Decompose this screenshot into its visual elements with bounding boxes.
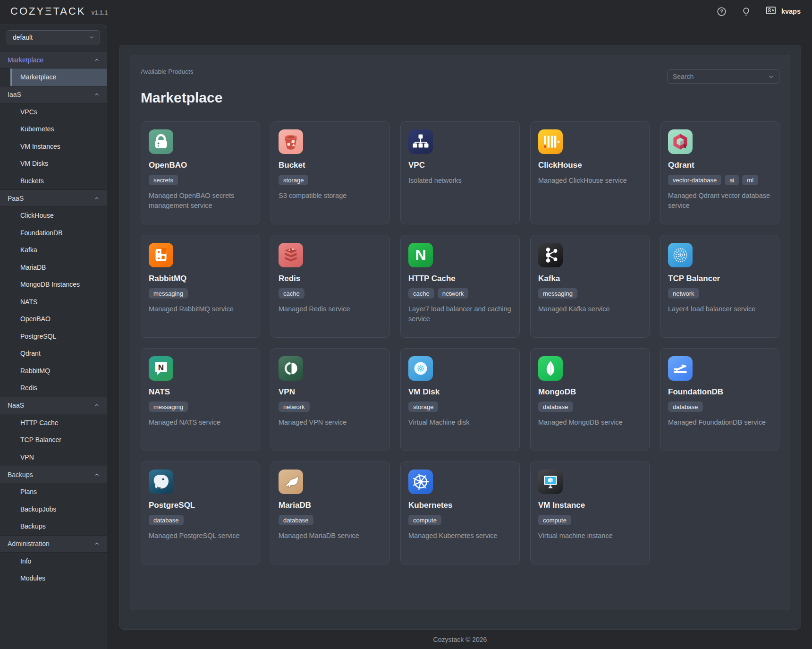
product-card-openbao[interactable]: OpenBAO secrets Managed OpenBAO secrets …: [141, 121, 260, 224]
product-card-redis[interactable]: Redis cache Managed Redis service: [271, 235, 390, 338]
product-card-tcp-balancer[interactable]: TCP Balancer network Layer4 load balance…: [660, 235, 779, 338]
chevron-down-icon: [768, 73, 775, 80]
chevron-up-icon: [93, 402, 100, 409]
seal-icon: [279, 470, 303, 494]
sidebar-group-backups[interactable]: Backups: [0, 466, 107, 483]
tag-storage: storage: [408, 401, 438, 412]
product-card-clickhouse[interactable]: ClickHouse Managed ClickHouse service: [530, 121, 650, 224]
sidebar-item-mongodb-instances[interactable]: MongoDB Instances: [0, 276, 107, 293]
marketplace-panel: Available Products Marketplace OpenBAO s…: [130, 55, 790, 610]
sidebar-group-administration[interactable]: Administration: [0, 535, 107, 553]
globe-dots-icon: [668, 243, 693, 267]
tag-compute: compute: [408, 515, 441, 525]
product-card-qdrant[interactable]: Qdrant vector-databaseaiml Managed Qdran…: [660, 121, 779, 224]
tag-database: database: [538, 401, 573, 412]
sidebar-item-foundationdb[interactable]: FoundationDB: [0, 224, 107, 242]
sidebar-group-paas[interactable]: PaaS: [0, 189, 107, 207]
clickhouse-bars-icon: [538, 129, 563, 154]
product-card-vm-instance[interactable]: VM Instance compute Virtual machine inst…: [530, 461, 650, 564]
tag-database: database: [279, 515, 313, 525]
sidebar-item-redis[interactable]: Redis: [0, 379, 107, 397]
tag-messaging: messaging: [149, 288, 188, 299]
sidebar-nav: Marketplace Marketplace IaaS VPCsKuberne…: [0, 51, 107, 587]
sidebar-item-kafka[interactable]: Kafka: [0, 241, 107, 259]
tag-ml: ml: [742, 175, 758, 185]
disk-icon: [408, 356, 433, 381]
sidebar-group-marketplace[interactable]: Marketplace: [0, 51, 107, 68]
sidebar-item-vm-instances[interactable]: VM Instances: [0, 138, 107, 155]
tenant-select[interactable]: default: [7, 30, 100, 44]
sidebar-item-vpcs[interactable]: VPCs: [0, 103, 107, 121]
product-card-vpn[interactable]: VPN network Managed VPN service: [271, 348, 390, 451]
tag-cache: cache: [408, 288, 434, 299]
sidebar-item-backupjobs[interactable]: BackupJobs: [0, 501, 107, 518]
lock-icon: [149, 129, 173, 154]
top-bar: COZYΞTACK v1.1.1 ? kvaps: [0, 0, 812, 23]
redis-stack-icon: [279, 243, 303, 267]
lightbulb-icon[interactable]: [740, 5, 753, 17]
sidebar-item-mariadb[interactable]: MariaDB: [0, 259, 107, 276]
sidebar-item-marketplace[interactable]: Marketplace: [10, 68, 107, 86]
product-grid: OpenBAO secrets Managed OpenBAO secrets …: [141, 121, 779, 564]
sidebar-item-http-cache[interactable]: HTTP Cache: [0, 414, 107, 432]
sidebar-item-postgresql[interactable]: PostgreSQL: [0, 328, 107, 345]
sidebar-item-clickhouse[interactable]: ClickHouse: [0, 207, 107, 224]
sidebar-item-backups[interactable]: Backups: [0, 518, 107, 535]
product-card-mariadb[interactable]: MariaDB database Managed MariaDB service: [271, 461, 390, 564]
main-area: Available Products Marketplace OpenBAO s…: [107, 23, 812, 649]
sidebar-group-iaas[interactable]: IaaS: [0, 86, 107, 103]
sidebar-item-vpn[interactable]: VPN: [0, 449, 107, 466]
product-card-nats[interactable]: N NATS messaging Managed NATS service: [141, 348, 260, 451]
tag-messaging: messaging: [149, 401, 188, 412]
product-card-postgresql[interactable]: PostgreSQL database Managed PostgreSQL s…: [141, 461, 260, 564]
qdrant-cube-icon: [668, 129, 693, 154]
tag-database: database: [149, 515, 184, 525]
product-card-foundationdb[interactable]: FoundationDB database Managed Foundation…: [660, 348, 779, 451]
search-input[interactable]: [673, 73, 768, 80]
product-card-http-cache[interactable]: N HTTP Cache cachenetwork Layer7 load ba…: [400, 235, 520, 338]
sidebar-group-naas[interactable]: NaaS: [0, 397, 107, 414]
sidebar-item-buckets[interactable]: Buckets: [0, 172, 107, 190]
user-badge-icon: [765, 5, 777, 17]
sidebar-item-rabbitmq[interactable]: RabbitMQ: [0, 362, 107, 380]
foundationdb-icon: [668, 356, 693, 381]
product-card-vm-disk[interactable]: VM Disk storage Virtual Machine disk: [400, 348, 520, 451]
svg-text:N: N: [158, 363, 164, 372]
product-card-vpc[interactable]: VPC Isolated networks: [400, 121, 520, 224]
product-card-mongodb[interactable]: MongoDB database Managed MongoDB service: [530, 348, 650, 451]
tag-secrets: secrets: [149, 175, 178, 185]
rabbit-icon: [149, 243, 173, 267]
chevron-up-icon: [93, 540, 100, 547]
leaf-icon: [538, 356, 563, 381]
breadcrumb: Available Products: [141, 67, 194, 75]
sidebar-item-modules[interactable]: Modules: [0, 570, 107, 587]
search-box[interactable]: [667, 69, 779, 84]
chevron-down-icon: [88, 34, 95, 41]
chevron-up-icon: [93, 57, 100, 63]
sidebar: default Marketplace Marketplace IaaS VPC…: [0, 25, 107, 649]
tag-database: database: [668, 401, 703, 412]
svg-text:N: N: [415, 247, 426, 264]
sidebar-item-vm-disks[interactable]: VM Disks: [0, 155, 107, 172]
sidebar-item-plans[interactable]: Plans: [0, 483, 107, 501]
username: kvaps: [781, 8, 801, 15]
user-menu[interactable]: kvaps: [765, 5, 801, 17]
sidebar-item-info[interactable]: Info: [0, 553, 107, 570]
product-card-rabbitmq[interactable]: RabbitMQ messaging Managed RabbitMQ serv…: [141, 235, 260, 338]
logo-text: COZYΞTACK: [10, 5, 85, 17]
tag-ai: ai: [725, 175, 739, 185]
product-card-kubernetes[interactable]: Kubernetes compute Managed Kubernetes se…: [400, 461, 520, 564]
help-icon[interactable]: ?: [716, 5, 728, 17]
sidebar-item-kubernetes[interactable]: Kubernetes: [0, 120, 107, 138]
content-panel: Available Products Marketplace OpenBAO s…: [119, 45, 801, 630]
tag-vector-database: vector-database: [668, 175, 721, 185]
bucket-icon: [279, 129, 303, 154]
sidebar-item-openbao[interactable]: OpenBAO: [0, 310, 107, 328]
tenant-select-value: default: [13, 34, 33, 41]
tag-messaging: messaging: [538, 288, 577, 299]
product-card-kafka[interactable]: Kafka messaging Managed Kafka service: [530, 235, 650, 338]
sidebar-item-tcp-balancer[interactable]: TCP Balancer: [0, 431, 107, 449]
sidebar-item-qdrant[interactable]: Qdrant: [0, 345, 107, 362]
sidebar-item-nats[interactable]: NATS: [0, 293, 107, 311]
product-card-bucket[interactable]: Bucket storage S3 compatible storage: [271, 121, 390, 224]
